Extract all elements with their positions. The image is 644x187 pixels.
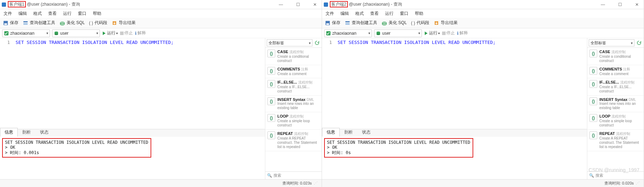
svg-point-24	[377, 34, 380, 35]
refresh-icon[interactable]	[314, 40, 320, 46]
menu-help[interactable]: 帮助	[415, 11, 423, 17]
explain-button[interactable]: ℹ解释	[135, 30, 146, 36]
sql-editor[interactable]: 1 SET SESSION TRANSACTION ISOLATION LEVE…	[322, 38, 587, 129]
parens-icon: ( )	[89, 21, 93, 26]
menubar: 文件 编辑 格式 查看 运行 窗口 帮助	[0, 9, 322, 18]
menu-run[interactable]: 运行	[385, 11, 394, 17]
beautify-icon	[382, 20, 387, 26]
menu-edit[interactable]: 编辑	[18, 11, 27, 17]
snippet-search[interactable]: 🔍搜索	[587, 171, 644, 179]
parens-icon: ( )	[411, 21, 415, 26]
query-builder-button[interactable]: 查询创建工具	[345, 20, 377, 26]
minimize-button[interactable]: —	[276, 2, 286, 7]
snippet-icon: ()	[267, 131, 275, 139]
list-item[interactable]: ()LOOP 流程控制Create a simple loop construc…	[265, 112, 322, 130]
statusbar: 查询时间: 0.023s ⋰	[0, 179, 322, 187]
sql-editor[interactable]: 1 SET SESSION TRANSACTION ISOLATION LEVE…	[0, 38, 265, 129]
connection-icon	[326, 31, 331, 36]
list-item[interactable]: ()LOOP 流程控制Create a simple loop construc…	[587, 112, 644, 130]
list-item[interactable]: ()INSERT Syntax DMLInsert new rows into …	[265, 96, 322, 112]
export-icon	[434, 20, 439, 26]
beautify-button[interactable]: 美化 SQL	[60, 20, 85, 26]
list-item[interactable]: ()REPEAT 流程控制Create A REPEAT construct. …	[265, 130, 322, 151]
menu-run[interactable]: 运行	[63, 11, 72, 17]
connection-select[interactable]: zhaoxiaonan▾	[324, 29, 372, 37]
export-icon	[112, 20, 117, 26]
snippet-sidebar: 全部标签▾ ()CASE 流程控制Create a conditional co…	[587, 38, 644, 179]
connection-select[interactable]: zhaoxiaonan▾	[2, 29, 50, 37]
output-ok: > OK	[5, 145, 148, 150]
menu-view[interactable]: 查看	[48, 11, 57, 17]
snippet-icon: ()	[267, 50, 275, 57]
list-item[interactable]: ()CASE 流程控制Create a conditional construc…	[265, 48, 322, 65]
export-button[interactable]: 导出结果	[434, 20, 458, 26]
close-button[interactable]: ✕	[310, 2, 320, 7]
tab-info[interactable]: 信息	[322, 128, 340, 137]
database-icon	[54, 31, 59, 36]
menu-file[interactable]: 文件	[326, 11, 334, 17]
run-button[interactable]: 运行▾	[102, 30, 118, 36]
menu-window[interactable]: 窗口	[400, 11, 408, 17]
list-item[interactable]: ()COMMENTS 注释Create a comment	[587, 65, 644, 78]
tab-analyze[interactable]: 剖析	[340, 128, 357, 137]
menu-format[interactable]: 格式	[33, 11, 42, 17]
database-select[interactable]: user▾	[374, 29, 422, 37]
tab-status[interactable]: 状态	[357, 128, 375, 137]
list-item[interactable]: ()IF...ELSE... 流程控制Create a IF...ELSE...…	[265, 78, 322, 96]
chevron-down-icon: ▾	[367, 31, 370, 35]
list-item[interactable]: ()REPEAT 流程控制Create A REPEAT construct. …	[587, 130, 644, 151]
list-item[interactable]: ()IF...ELSE... 流程控制Create a IF...ELSE...…	[587, 78, 644, 96]
database-select[interactable]: user▾	[52, 29, 100, 37]
list-item[interactable]: ()INSERT Syntax DMLInsert new rows into …	[587, 96, 644, 112]
list-item[interactable]: ()CASE 流程控制Create a conditional construc…	[587, 48, 644, 65]
resize-grip[interactable]: ⋰	[636, 181, 642, 186]
beautify-button[interactable]: 美化 SQL	[382, 20, 407, 26]
output-panel: SET SESSION TRANSACTION ISOLATION LEVEL …	[322, 137, 587, 179]
save-icon	[325, 20, 331, 26]
menu-file[interactable]: 文件	[4, 11, 12, 17]
refresh-icon[interactable]	[636, 40, 642, 46]
tab-info[interactable]: 信息	[0, 128, 18, 137]
maximize-button[interactable]: ☐	[293, 2, 303, 7]
minimize-button[interactable]: —	[598, 2, 608, 7]
connection-row: zhaoxiaonan▾ user▾ 运行▾ 停止 ℹ解释	[322, 28, 644, 38]
snippet-sidebar: 全部标签▾ ()CASE 流程控制Create a conditional co…	[265, 38, 322, 179]
line-gutter: 1	[322, 38, 335, 129]
save-button[interactable]: 保存	[325, 20, 340, 26]
maximize-button[interactable]: ☐	[615, 2, 625, 7]
builder-icon	[23, 20, 28, 26]
snippet-button[interactable]: ( )代码段	[411, 20, 429, 26]
menu-edit[interactable]: 编辑	[340, 11, 349, 17]
snippet-icon: ()	[589, 97, 597, 105]
statusbar: 查询时间: 0.020s ⋰	[322, 179, 644, 187]
snippet-button[interactable]: ( )代码段	[89, 20, 107, 26]
save-button[interactable]: 保存	[3, 20, 18, 26]
menu-window[interactable]: 窗口	[78, 11, 86, 17]
menu-view[interactable]: 查看	[370, 11, 379, 17]
run-button[interactable]: 运行▾	[424, 30, 440, 36]
stop-button[interactable]: 停止	[442, 30, 455, 36]
tags-select[interactable]: 全部标签▾	[589, 39, 634, 46]
explain-icon: ℹ	[457, 31, 459, 36]
tab-status[interactable]: 状态	[35, 128, 53, 137]
explain-button[interactable]: ℹ解释	[457, 30, 468, 36]
output-sql: SET SESSION TRANSACTION ISOLATION LEVEL …	[327, 140, 470, 145]
svg-rect-17	[345, 23, 350, 25]
svg-rect-15	[326, 23, 329, 25]
stop-button[interactable]: 停止	[120, 30, 133, 36]
output-time: > 时间: 0.001s	[5, 150, 148, 156]
list-item[interactable]: ()COMMENTS 注释Create a comment	[265, 65, 322, 78]
menu-help[interactable]: 帮助	[93, 11, 101, 17]
svg-rect-12	[120, 32, 124, 35]
resize-grip[interactable]: ⋰	[314, 181, 320, 186]
tags-select[interactable]: 全部标签▾	[267, 39, 312, 46]
export-button[interactable]: 导出结果	[112, 20, 136, 26]
query-builder-button[interactable]: 查询创建工具	[23, 20, 55, 26]
snippet-search[interactable]: 🔍搜索	[265, 171, 322, 179]
menu-format[interactable]: 格式	[355, 11, 364, 17]
tab-analyze[interactable]: 剖析	[18, 128, 35, 137]
svg-rect-16	[345, 21, 350, 22]
close-button[interactable]: ✕	[632, 2, 642, 7]
client-window-1: 客户端1 @user (zhaoxiaonan) - 查询 — ☐ ✕ 文件 编…	[0, 0, 322, 187]
stop-icon	[120, 32, 124, 35]
